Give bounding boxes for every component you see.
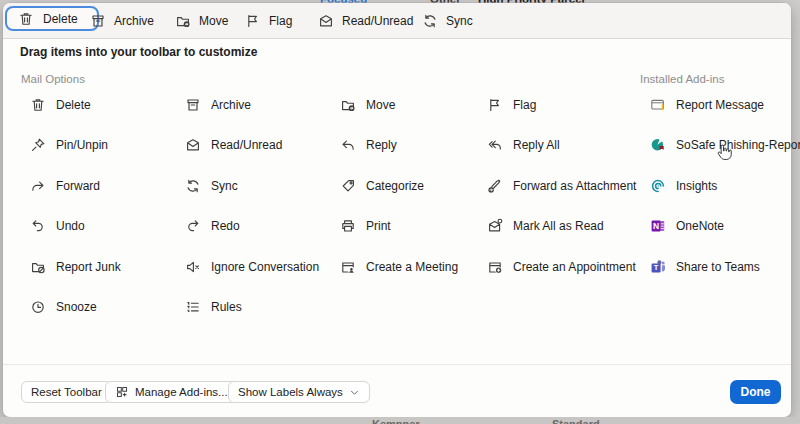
toolbar-item-label: Delete — [43, 12, 78, 26]
show-labels-value: Show Labels Always — [238, 386, 343, 398]
grid-item-undo[interactable]: Undo — [30, 216, 85, 236]
grid-item-rules[interactable]: Rules — [185, 297, 242, 317]
toolbar-item-flag[interactable]: Flag — [245, 11, 292, 31]
grid-item-print[interactable]: Print — [340, 216, 391, 236]
grid-item-label: Categorize — [366, 179, 424, 193]
toolbar-item-archive[interactable]: Archive — [90, 11, 154, 31]
archive-icon — [185, 97, 201, 113]
cursor-pointer-icon — [714, 142, 734, 164]
toolbar-item-sync[interactable]: Sync — [422, 11, 473, 31]
grid-item-label: Ignore Conversation — [211, 260, 319, 274]
toolbar-item-label: Move — [199, 14, 228, 28]
customize-toolbar-dialog: Delete Archive Move Flag Read/Unread Syn… — [3, 3, 791, 417]
grid-item-forward[interactable]: Forward — [30, 176, 100, 196]
grid-item-label: Forward — [56, 179, 100, 193]
grid-item-label: Read/Unread — [211, 138, 282, 152]
addin-item-label: Share to Teams — [676, 260, 760, 274]
chevron-down-icon — [349, 387, 360, 398]
manage-addins-icon — [115, 385, 129, 399]
toolbar-item-delete[interactable]: Delete — [5, 6, 99, 31]
flag-icon — [245, 13, 261, 29]
grid-item-sync[interactable]: Sync — [185, 176, 238, 196]
mark-all-read-icon — [487, 218, 503, 234]
grid-item-label: Reply All — [513, 138, 560, 152]
grid-item-label: Archive — [211, 98, 251, 112]
grid-item-label: Create a Meeting — [366, 260, 458, 274]
reply-all-icon — [487, 137, 503, 153]
background-bottom-text: Kempner — [372, 418, 420, 424]
grid-item-label: Sync — [211, 179, 238, 193]
toolbar-item-move[interactable]: Move — [175, 11, 228, 31]
grid-item-move[interactable]: Move — [340, 95, 395, 115]
grid-item-create-a-meeting[interactable]: Create a Meeting — [340, 257, 458, 277]
print-icon — [340, 218, 356, 234]
toolbar-item-label: Flag — [269, 14, 292, 28]
grid-item-create-an-appointment[interactable]: Create an Appointment — [487, 257, 636, 277]
grid-item-label: Mark All as Read — [513, 219, 604, 233]
grid-item-ignore-conversation[interactable]: Ignore Conversation — [185, 257, 319, 277]
reset-toolbar-button[interactable]: Reset Toolbar — [21, 381, 112, 403]
installed-addins-header: Installed Add-ins — [640, 73, 724, 85]
mail-options-header: Mail Options — [21, 73, 85, 85]
categorize-tag-icon — [340, 178, 356, 194]
insights-addin-icon — [650, 178, 666, 194]
toolbar-item-label: Read/Unread — [342, 14, 413, 28]
manage-addins-label: Manage Add-ins... — [135, 386, 228, 398]
done-button[interactable]: Done — [730, 380, 781, 404]
grid-item-read-unread[interactable]: Read/Unread — [185, 135, 282, 155]
grid-item-label: Delete — [56, 98, 91, 112]
footer-divider — [3, 364, 791, 365]
teams-addin-icon: T — [650, 259, 666, 275]
report-message-addin-icon — [650, 97, 666, 113]
toolbar-item-read-unread[interactable]: Read/Unread — [318, 11, 413, 31]
done-label: Done — [741, 385, 771, 399]
sosafe-addin-icon — [650, 137, 666, 153]
grid-item-report-junk[interactable]: Report Junk — [30, 257, 121, 277]
trash-icon — [30, 97, 46, 113]
archive-icon — [90, 13, 106, 29]
addin-item-label: Insights — [676, 179, 717, 193]
toolbar-item-label: Archive — [114, 14, 154, 28]
addin-item-label: SoSafe Phishing-Reportin — [676, 138, 800, 152]
grid-item-redo[interactable]: Redo — [185, 216, 240, 236]
manage-addins-button[interactable]: Manage Add-ins... — [105, 381, 238, 403]
redo-icon — [185, 218, 201, 234]
pin-icon — [30, 137, 46, 153]
grid-item-reply-all[interactable]: Reply All — [487, 135, 560, 155]
grid-item-archive[interactable]: Archive — [185, 95, 251, 115]
forward-attachment-icon — [487, 178, 503, 194]
sync-icon — [185, 178, 201, 194]
addin-item-share-to-teams[interactable]: T Share to Teams — [650, 257, 760, 277]
grid-item-snooze[interactable]: Snooze — [30, 297, 97, 317]
addin-item-label: Report Message — [676, 98, 764, 112]
reply-icon — [340, 137, 356, 153]
mail-icon — [185, 137, 201, 153]
create-appointment-icon — [487, 259, 503, 275]
addin-item-insights[interactable]: Insights — [650, 176, 717, 196]
move-folder-icon — [175, 13, 191, 29]
dialog-instruction: Drag items into your toolbar to customiz… — [20, 45, 257, 59]
show-labels-dropdown[interactable]: Show Labels Always — [228, 381, 370, 403]
svg-text:N: N — [653, 221, 659, 231]
create-meeting-icon — [340, 259, 356, 275]
grid-item-forward-as-attachment[interactable]: Forward as Attachment — [487, 176, 636, 196]
undo-icon — [30, 218, 46, 234]
grid-item-categorize[interactable]: Categorize — [340, 176, 424, 196]
addin-item-report-message[interactable]: Report Message — [650, 95, 764, 115]
grid-item-label: Forward as Attachment — [513, 179, 636, 193]
rules-icon — [185, 299, 201, 315]
addin-item-label: OneNote — [676, 219, 724, 233]
addin-item-onenote[interactable]: N OneNote — [650, 216, 724, 236]
grid-item-mark-all-as-read[interactable]: Mark All as Read — [487, 216, 604, 236]
grid-item-delete[interactable]: Delete — [30, 95, 91, 115]
grid-item-pin-unpin[interactable]: Pin/Unpin — [30, 135, 108, 155]
sync-icon — [422, 13, 438, 29]
grid-item-label: Redo — [211, 219, 240, 233]
grid-item-label: Reply — [366, 138, 397, 152]
background-app-bottom-sliver: Kempner Standard — [0, 417, 800, 424]
grid-item-label: Report Junk — [56, 260, 121, 274]
grid-item-label: Undo — [56, 219, 85, 233]
grid-item-reply[interactable]: Reply — [340, 135, 397, 155]
grid-item-flag[interactable]: Flag — [487, 95, 536, 115]
snooze-clock-icon — [30, 299, 46, 315]
